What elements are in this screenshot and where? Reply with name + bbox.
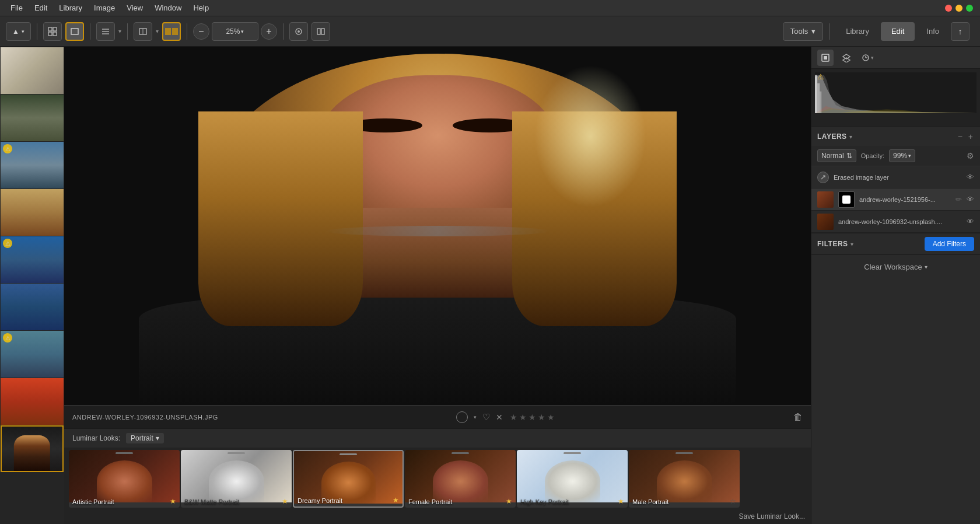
compare-split-button[interactable] <box>312 22 330 41</box>
tools-button[interactable]: Tools ▾ <box>783 22 823 41</box>
look-label-bw: B&W Matte Portrait <box>184 498 239 505</box>
menu-file[interactable]: File <box>5 2 29 13</box>
panel-icon-layers[interactable] <box>838 50 855 66</box>
star-5[interactable]: ★ <box>547 413 555 422</box>
filters-section: FILTERS ▾ Add Filters <box>811 233 980 255</box>
svg-rect-0 <box>48 27 52 31</box>
svg-rect-15 <box>321 29 324 34</box>
star-3[interactable]: ★ <box>528 413 536 422</box>
layer-erased-image[interactable]: Erased image layer 👁 <box>811 166 980 188</box>
clear-workspace[interactable]: Clear Workspace ▾ <box>811 255 980 278</box>
look-star-female[interactable]: ★ <box>506 497 512 505</box>
look-star-artistic[interactable]: ★ <box>170 497 176 505</box>
filmstrip-item-2[interactable] <box>1 95 64 141</box>
reject-button[interactable]: ✕ <box>496 413 503 422</box>
panel-icon-history[interactable]: ▾ <box>859 50 876 66</box>
look-item-highkey[interactable]: High Key Portrait ★ <box>517 450 628 508</box>
delete-button[interactable]: 🗑 <box>793 412 803 422</box>
window-minimize[interactable] <box>956 5 963 12</box>
panel-icon-adjust[interactable] <box>817 50 834 66</box>
heart-button[interactable]: ♡ <box>482 412 490 422</box>
zoom-minus-button[interactable]: − <box>193 23 209 40</box>
tab-edit[interactable]: Edit <box>881 22 915 41</box>
filmstrip-item-6[interactable] <box>1 284 64 330</box>
circle-rating-button[interactable] <box>456 411 468 423</box>
layer-1521956-eye[interactable]: 👁 <box>967 195 974 204</box>
menu-view[interactable]: View <box>121 2 149 13</box>
layer-worley-1096932[interactable]: andrew-worley-1096932-unsplash.... 👁 <box>811 211 980 233</box>
clear-workspace-label: Clear Workspace <box>864 263 922 271</box>
look-star-highkey[interactable]: ★ <box>618 497 624 505</box>
filmstrip-item-5[interactable]: ⚠ <box>1 236 64 283</box>
look-item-bw-matte[interactable]: B&W Matte Portrait ★ <box>181 450 292 508</box>
looks-category-chevron: ▾ <box>156 434 159 442</box>
layers-chevron: ▾ <box>849 134 852 140</box>
filmstrip-item-3[interactable]: ⚠ <box>1 142 64 188</box>
share-icon: ↑ <box>958 27 963 36</box>
layer-paint-icon[interactable]: ✏ <box>956 195 962 204</box>
layer-1096932-eye[interactable]: 👁 <box>967 217 974 226</box>
look-star-bw[interactable]: ★ <box>282 497 288 505</box>
filmstrip-item-1[interactable] <box>1 47 64 94</box>
toolbar-sep-5 <box>283 23 284 40</box>
image-info-bar: ANDREW-WORLEY-1096932-UNSPLASH.JPG ▾ ♡ ✕… <box>64 405 811 428</box>
filters-title: FILTERS <box>817 240 848 248</box>
layers-section: LAYERS ▾ − + Normal ⇅ Opacity: 99% ▾ ⚙ <box>811 127 980 233</box>
tab-info[interactable]: Info <box>916 22 950 41</box>
menu-help[interactable]: Help <box>187 2 215 13</box>
compare-button[interactable] <box>162 22 181 41</box>
layers-settings-icon[interactable]: ⚙ <box>967 151 974 160</box>
zoom-controls: − 25% ▾ + <box>193 22 277 41</box>
add-filters-button[interactable]: Add Filters <box>925 237 974 251</box>
look-item-artistic-portrait[interactable]: Artistic Portrait ★ <box>69 450 180 508</box>
layer-erased-eye[interactable]: 👁 <box>967 173 974 181</box>
look-item-female[interactable]: Female Portrait ★ <box>405 450 516 508</box>
layer-worley-1521956[interactable]: andrew-worley-1521956-... ✏ 👁 <box>811 188 980 211</box>
circle-chevron: ▾ <box>474 414 477 420</box>
look-star-dreamy[interactable]: ★ <box>393 496 399 504</box>
tab-library[interactable]: Library <box>835 22 880 41</box>
filmstrip-item-4[interactable] <box>1 189 64 236</box>
blend-mode-selector[interactable]: Normal ⇅ <box>817 149 856 162</box>
split-view-button[interactable] <box>134 22 152 41</box>
zoom-plus-button[interactable]: + <box>261 23 277 40</box>
filmstrip-item-7[interactable]: ⚠ <box>1 331 64 378</box>
filmstrip-item-8[interactable] <box>1 378 64 425</box>
opacity-selector[interactable]: 99% ▾ <box>889 149 915 162</box>
look-item-male[interactable]: Male Portrait ☆ <box>629 450 740 508</box>
menu-image[interactable]: Image <box>88 2 121 13</box>
star-1[interactable]: ★ <box>510 413 517 422</box>
layers-header[interactable]: LAYERS ▾ − + <box>811 127 980 146</box>
save-luminar-look-button[interactable]: Save Luminar Look... <box>739 512 805 520</box>
view-toggle-button[interactable] <box>289 22 308 41</box>
toolbar-sep-1 <box>37 23 37 40</box>
window-maximize[interactable] <box>966 5 973 12</box>
window-close[interactable] <box>945 5 952 12</box>
main-layout: ⚠ ⚠ ⚠ <box>0 47 980 524</box>
looks-category-selector[interactable]: Portrait ▾ <box>126 433 164 443</box>
layers-plus-button[interactable]: + <box>967 131 974 142</box>
menu-window[interactable]: Window <box>149 2 187 13</box>
svg-rect-10 <box>165 28 171 35</box>
look-star-male[interactable]: ☆ <box>730 497 736 505</box>
layer-thumb-1096932 <box>817 214 834 230</box>
upload-button[interactable]: ▲ ▾ <box>6 22 31 41</box>
menu-edit[interactable]: Edit <box>29 2 53 13</box>
svg-rect-17 <box>824 56 827 60</box>
menu-library[interactable]: Library <box>53 2 88 13</box>
looks-category-label: Portrait <box>131 434 153 442</box>
zoom-display[interactable]: 25% ▾ <box>212 22 258 41</box>
layer-1096932-name: andrew-worley-1096932-unsplash.... <box>838 218 962 225</box>
look-item-dreamy[interactable]: Dreamy Portrait ★ <box>293 450 404 508</box>
clear-workspace-chevron: ▾ <box>925 264 928 270</box>
single-view-button[interactable] <box>65 22 84 41</box>
svg-rect-4 <box>71 29 78 34</box>
list-view-button[interactable] <box>96 22 115 41</box>
layers-minus-button[interactable]: − <box>957 131 964 142</box>
layers-title: LAYERS <box>817 132 847 141</box>
share-button[interactable]: ↑ <box>951 22 970 41</box>
grid-view-button[interactable] <box>43 22 62 41</box>
star-4[interactable]: ★ <box>538 413 545 422</box>
filmstrip-item-9[interactable] <box>1 425 64 472</box>
star-2[interactable]: ★ <box>519 413 527 422</box>
